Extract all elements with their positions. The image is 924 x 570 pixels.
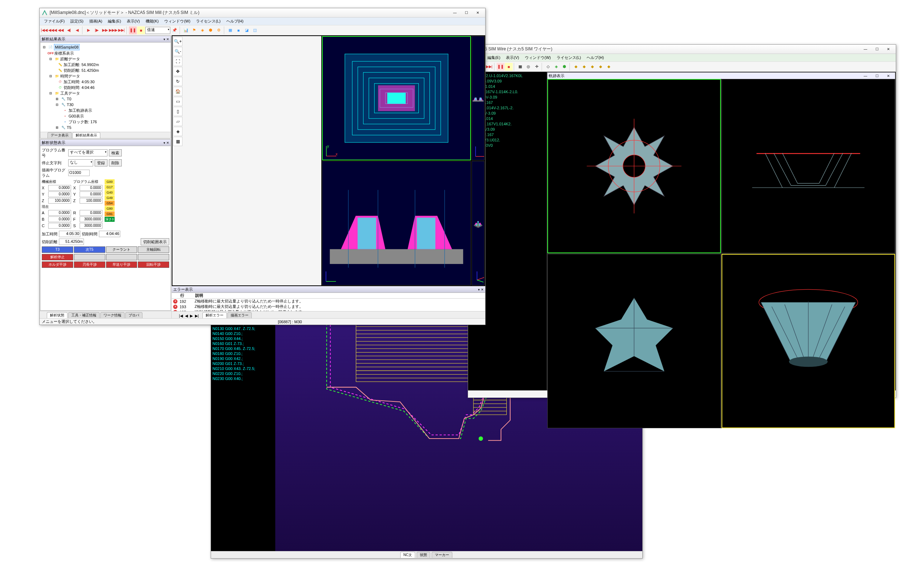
step-icon[interactable]: |▶ xyxy=(93,26,101,34)
prev-page-icon[interactable]: ◀ xyxy=(185,314,188,318)
play-icon[interactable]: ▶ xyxy=(85,26,92,34)
stop-icon[interactable]: ■ xyxy=(137,26,145,34)
error-row[interactable]: ✕193Z軸移動時に最大切込量より切り込んだため一時停止します。 xyxy=(172,304,485,309)
tool-icon[interactable]: ⬢ xyxy=(207,26,214,34)
target-icon[interactable]: ◎ xyxy=(525,63,532,71)
iso-icon[interactable]: ⬢ xyxy=(560,63,568,71)
skip-end-icon[interactable]: ▶▶| xyxy=(118,26,125,34)
stop-combo[interactable]: なし xyxy=(68,159,93,166)
tab-analysis-error[interactable]: 解析エラー xyxy=(202,312,227,318)
menu-settings[interactable]: 設定(S) xyxy=(67,18,86,25)
menu-view[interactable]: 表示(V) xyxy=(503,54,522,61)
wire-viewport-4[interactable] xyxy=(722,254,895,428)
blade-collision-button[interactable]: 刃長干渉 xyxy=(74,261,105,268)
tab-property[interactable]: ブロパ xyxy=(125,312,142,318)
maximize-button[interactable]: ☐ xyxy=(461,9,472,17)
mill-viewport-top[interactable]: xy xyxy=(322,36,471,160)
prog-combo[interactable]: すべてを選択 xyxy=(68,149,107,156)
menu-edit[interactable]: 編集(E) xyxy=(105,18,124,25)
tab-work-info[interactable]: ワーク情報 xyxy=(100,312,125,318)
close-button[interactable]: ✕ xyxy=(472,9,483,17)
maximize-button[interactable]: ☐ xyxy=(872,46,882,53)
rewind-icon[interactable]: ◀◀ xyxy=(57,26,64,34)
grid-toggle-icon[interactable]: ▦ xyxy=(173,137,182,146)
analysis-tree[interactable]: ⊟📄MillSample08 OFF座標系表示 ⊟📁距離データ 📏加工距離: 5… xyxy=(40,43,171,132)
pause-icon[interactable]: ❚❚ xyxy=(129,26,137,34)
tab-tool-info[interactable]: 工具・補正情報 xyxy=(68,312,99,318)
error-row[interactable]: ✕192Z軸移動時に最大切込量より切り込んだため一時停止します。 xyxy=(172,299,485,304)
wireframe-icon[interactable]: ▦ xyxy=(226,26,234,34)
cube-icon[interactable]: ◈ xyxy=(199,26,207,34)
wire-viewport-1[interactable] xyxy=(547,79,721,253)
mill-titlebar[interactable]: [MillSample08.dnc]＜ソリッドモード＞ - NAZCA5 SIM… xyxy=(40,8,485,17)
forward-fast-icon[interactable]: ▶▶▶ xyxy=(109,26,117,34)
sub-minimize-icon[interactable]: — xyxy=(860,72,871,79)
mill-viewport-side[interactable] xyxy=(322,161,471,285)
subtab-result[interactable]: 解析結果表示 xyxy=(72,132,100,138)
menu-edit[interactable]: 編集(E) xyxy=(485,54,503,61)
menu-func[interactable]: 機能(K) xyxy=(143,18,162,25)
pause-icon[interactable]: ❚❚ xyxy=(497,63,505,71)
step-back-icon[interactable]: ◀| xyxy=(65,26,73,34)
tab-marker[interactable]: マーカー xyxy=(431,552,452,558)
pan-icon[interactable]: ✥ xyxy=(173,67,182,76)
last-page-icon[interactable]: ▶| xyxy=(195,314,199,318)
side-view-icon[interactable]: ◆ xyxy=(588,63,596,71)
top-view-icon[interactable]: ◆ xyxy=(580,63,588,71)
sub-close-icon[interactable]: ✕ xyxy=(883,72,893,79)
wire-viewport-2[interactable] xyxy=(722,79,895,253)
menu-license[interactable]: ライセンス(L) xyxy=(554,54,584,61)
ortho-view-icon[interactable]: ◆ xyxy=(605,63,613,71)
front-view-icon[interactable]: ▭ xyxy=(173,97,182,106)
grid-icon[interactable]: ▦ xyxy=(516,63,524,71)
zoom-in-icon[interactable]: 🔍+ xyxy=(173,37,182,46)
t3-button[interactable]: T3 xyxy=(42,247,73,253)
gear-icon[interactable]: ⚙ xyxy=(215,26,223,34)
pin-icon[interactable]: ▾ ✕ xyxy=(478,288,484,291)
mill-viewport-iso[interactable] xyxy=(472,161,485,285)
prev-icon[interactable]: ◀ xyxy=(73,26,81,34)
spindle-button[interactable]: 主軸回転 xyxy=(138,247,169,253)
solid-icon[interactable]: ■ xyxy=(234,26,242,34)
wire-titlebar[interactable]: NAZCA5 SIM Wire (ナスカ5 SIM ワイヤー) — ☐ ✕ xyxy=(468,44,896,54)
zoom-out-icon[interactable]: 🔍- xyxy=(173,47,182,56)
pin-icon[interactable]: ▾ ✕ xyxy=(164,141,169,145)
tab-draw-error[interactable]: 描画エラー xyxy=(228,312,252,318)
minimize-button[interactable]: — xyxy=(860,46,871,53)
tab-analysis-state[interactable]: 解析状態 xyxy=(47,312,67,318)
rotate-collision-button[interactable]: 回転干渉 xyxy=(138,261,169,268)
register-button[interactable]: 登録 xyxy=(95,159,107,166)
menu-window[interactable]: ウィンドウ(W) xyxy=(161,18,193,25)
top-view-icon[interactable]: ▱ xyxy=(173,117,182,126)
menu-draw[interactable]: 描画(A) xyxy=(86,18,105,25)
back-view-icon[interactable]: ◆ xyxy=(597,63,604,71)
chart-icon[interactable]: 📊 xyxy=(182,26,190,34)
menu-license[interactable]: ライセンス(L) xyxy=(193,18,223,25)
search-button[interactable]: 検索 xyxy=(109,149,122,156)
front-view-icon[interactable]: ◆ xyxy=(572,63,580,71)
wire-viewport-3[interactable] xyxy=(547,254,721,428)
menu-view[interactable]: 表示(V) xyxy=(124,18,143,25)
menu-help[interactable]: ヘルプ(H) xyxy=(584,54,607,61)
subtab-data[interactable]: データ表示 xyxy=(47,132,72,138)
next-t5-button[interactable]: 次T5 xyxy=(74,247,105,253)
delete-button[interactable]: 削除 xyxy=(109,159,122,166)
cut-range-button[interactable]: 切削範囲表示 xyxy=(141,238,169,245)
next-page-icon[interactable]: ▶ xyxy=(190,314,193,318)
menu-window[interactable]: ウィンドウ(W) xyxy=(522,54,554,61)
minimize-button[interactable]: — xyxy=(450,9,460,17)
menu-file[interactable]: ファイル(F) xyxy=(41,18,67,25)
skip-end-icon[interactable]: ▶▶| xyxy=(485,63,493,71)
cube-view-icon[interactable]: ◇ xyxy=(544,63,552,71)
pin-icon[interactable]: ▾ ✕ xyxy=(164,37,169,41)
home-view-icon[interactable]: 🏠 xyxy=(173,87,182,96)
sub-maximize-icon[interactable]: ☐ xyxy=(872,72,882,79)
flag-icon[interactable]: ⚑ xyxy=(190,26,198,34)
axis-icon[interactable]: ✛ xyxy=(533,63,540,71)
fit-icon[interactable]: ⛶ xyxy=(173,57,182,66)
rotate-icon[interactable]: ↻ xyxy=(173,77,182,86)
shade-icon[interactable]: ◪ xyxy=(243,26,251,34)
error-list[interactable]: 行説明 ✕192Z軸移動時に最大切込量より切り込んだため一時停止します。 ✕19… xyxy=(172,293,485,311)
rapid-collision-button[interactable]: 早送り干渉 xyxy=(106,261,138,268)
mill-viewport-front[interactable] xyxy=(472,36,485,160)
